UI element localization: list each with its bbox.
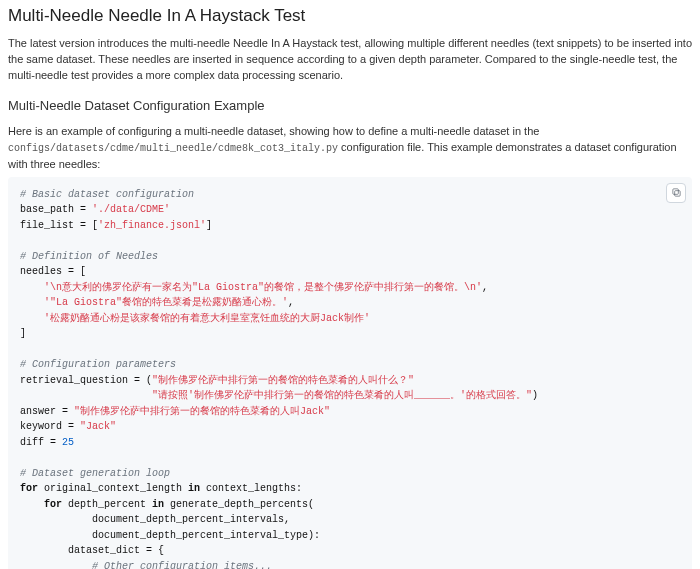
code-content: # Basic dataset configuration base_path … <box>20 187 680 569</box>
section-subheading: Multi-Needle Dataset Configuration Examp… <box>8 98 692 113</box>
copy-icon <box>671 187 682 198</box>
page-title: Multi-Needle Needle In A Haystack Test <box>8 6 692 26</box>
svg-rect-1 <box>672 189 678 195</box>
copy-button[interactable] <box>666 183 686 203</box>
svg-rect-0 <box>674 191 680 197</box>
example-description: Here is an example of configuring a mult… <box>8 123 692 173</box>
intro-paragraph: The latest version introduces the multi-… <box>8 36 692 84</box>
code-block: # Basic dataset configuration base_path … <box>8 177 692 569</box>
desc-line1: Here is an example of configuring a mult… <box>8 125 539 137</box>
config-file-path: configs/datasets/cdme/multi_needle/cdme8… <box>8 143 338 154</box>
